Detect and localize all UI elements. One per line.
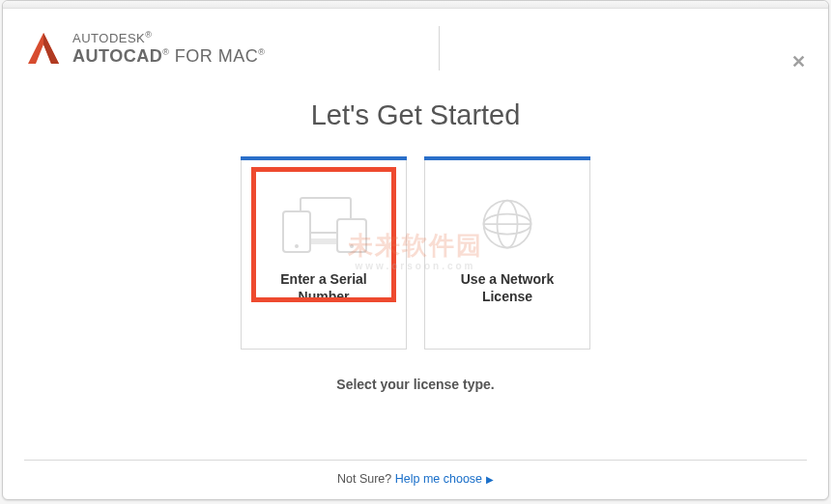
globe-network-icon [459,182,556,266]
titlebar [3,1,828,9]
autodesk-logo-icon [24,29,63,68]
chevron-right-icon: ▶ [486,474,494,485]
help-me-choose-link[interactable]: Help me choose [395,472,482,486]
option-label-l1: Use a Network [461,271,554,287]
close-button[interactable]: ✕ [789,53,807,70]
brand-text: AUTODESK® AUTOCAD® FOR MAC® [72,30,265,67]
license-options: Enter a Serial Number Use a Network Lice… [3,156,828,350]
close-icon: ✕ [791,52,806,71]
brand-line2-rest: FOR MAC [169,46,258,66]
license-dialog: AUTODESK® AUTOCAD® FOR MAC® ✕ Let's Get … [2,0,829,500]
option-label: Use a Network License [440,271,575,305]
svg-point-3 [295,244,299,248]
brand-line2-bold: AUTOCAD [72,46,162,66]
devices-icon [275,182,372,266]
option-label: Enter a Serial Number [256,271,391,305]
option-network-license[interactable]: Use a Network License [424,156,590,350]
footer: Not Sure? Help me choose▶ [24,460,807,486]
header-divider [439,26,440,70]
card-accent [424,156,590,160]
option-label-l1: Enter a Serial [280,271,367,287]
option-enter-serial[interactable]: Enter a Serial Number [241,156,407,350]
subtitle: Select your license type. [3,377,828,392]
option-label-l2: Number [299,289,350,304]
footer-prefix: Not Sure? [337,472,395,486]
header: AUTODESK® AUTOCAD® FOR MAC® ✕ [3,9,828,80]
card-accent [241,156,407,160]
option-label-l2: License [482,289,532,304]
svg-point-5 [350,244,354,248]
page-title: Let's Get Started [3,99,828,131]
brand-line1: AUTODESK [72,31,145,45]
